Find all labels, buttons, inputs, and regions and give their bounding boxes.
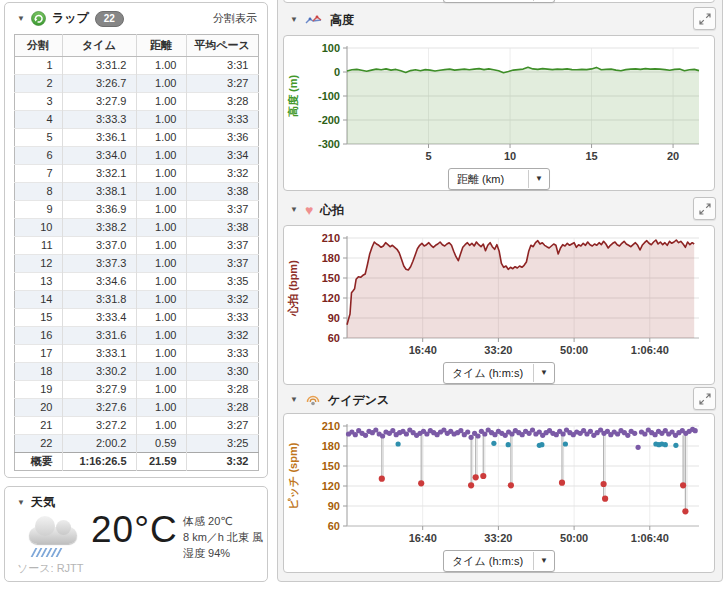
elevation-icon bbox=[305, 14, 323, 26]
svg-text:20: 20 bbox=[667, 150, 679, 162]
lap-cell: 6 bbox=[14, 147, 62, 165]
lap-cell: 1.00 bbox=[136, 363, 186, 381]
lap-cell: 3:32 bbox=[186, 453, 258, 471]
svg-text:60: 60 bbox=[328, 332, 340, 344]
lap-cell: 3:28 bbox=[186, 93, 258, 111]
x-axis-select-label: タイム (h:m:s) bbox=[444, 366, 533, 381]
lap-cell: 3:32 bbox=[186, 291, 258, 309]
table-row: 43:33.31.003:33 bbox=[14, 111, 258, 129]
x-axis-select-heart-rate[interactable]: タイム (h:m:s) ▼ bbox=[443, 362, 555, 384]
collapse-heart-rate-icon[interactable]: ▼ bbox=[290, 206, 298, 214]
split-display-link[interactable]: 分割表示 bbox=[213, 11, 257, 26]
x-axis-select-elevation[interactable]: 距離 (km) ▼ bbox=[448, 168, 550, 190]
lap-cell: 1.00 bbox=[136, 219, 186, 237]
weather-details: 体感 20℃ 8 km／h 北東 風 湿度 94% bbox=[183, 513, 263, 561]
lap-cell: 3:27.9 bbox=[62, 381, 136, 399]
table-row: 123:37.31.003:37 bbox=[14, 255, 258, 273]
weather-title: 天気 bbox=[31, 494, 55, 511]
lap-cell: 3:33 bbox=[186, 111, 258, 129]
laps-title: ラップ bbox=[52, 10, 89, 27]
collapse-cadence-icon[interactable]: ▼ bbox=[290, 396, 298, 404]
laps-summary-row: 概要1:16:26.521.593:32 bbox=[14, 453, 258, 471]
lap-cell: 3:38 bbox=[186, 183, 258, 201]
lap-cell: 1.00 bbox=[136, 183, 186, 201]
svg-text:15: 15 bbox=[585, 150, 597, 162]
lap-cell: 1.00 bbox=[136, 147, 186, 165]
collapse-elevation-icon[interactable]: ▼ bbox=[290, 16, 298, 24]
laps-table: 分割タイム距離平均ペース 13:31.21.003:3123:26.71.003… bbox=[14, 34, 259, 471]
lap-cell: 1.00 bbox=[136, 309, 186, 327]
laps-column-header[interactable]: タイム bbox=[62, 35, 136, 57]
lap-cell: 1.00 bbox=[136, 417, 186, 435]
lap-cell: 1.00 bbox=[136, 273, 186, 291]
lap-cell: 3:38 bbox=[186, 219, 258, 237]
lap-cell: 21 bbox=[14, 417, 62, 435]
lap-cell: 3:37 bbox=[186, 201, 258, 219]
cadence-icon bbox=[305, 393, 321, 407]
elevation-chart[interactable]: 1000-100-200-3005101520高度 (m) bbox=[285, 40, 713, 166]
heart-rate-chart[interactable]: 210180150120906016:4033:2050:001:06:40心拍… bbox=[285, 230, 713, 360]
weather-panel: ▼ 天気 20°C 体感 20℃ 8 km／h 北東 風 湿度 94% ソース:… bbox=[4, 486, 268, 582]
svg-text:1:06:40: 1:06:40 bbox=[631, 344, 669, 356]
expand-cadence-button[interactable] bbox=[693, 387, 716, 410]
collapse-weather-icon[interactable]: ▼ bbox=[17, 499, 25, 507]
lap-cell: 3:33 bbox=[186, 345, 258, 363]
table-row: 183:30.21.003:30 bbox=[14, 363, 258, 381]
svg-text:150: 150 bbox=[322, 272, 340, 284]
table-row: 153:33.41.003:33 bbox=[14, 309, 258, 327]
laps-column-header[interactable]: 平均ペース bbox=[186, 35, 258, 57]
lap-cell: 3:38.2 bbox=[62, 219, 136, 237]
collapse-laps-icon[interactable]: ▼ bbox=[17, 15, 25, 23]
x-axis-select-cadence[interactable]: タイム (h:m:s) ▼ bbox=[443, 550, 555, 572]
laps-column-header[interactable]: 距離 bbox=[136, 35, 186, 57]
temperature-value: 20°C bbox=[91, 509, 178, 551]
lap-cell: 3:31.6 bbox=[62, 327, 136, 345]
laps-column-header[interactable]: 分割 bbox=[14, 35, 62, 57]
lap-cell: 12 bbox=[14, 255, 62, 273]
svg-text:210: 210 bbox=[322, 232, 340, 244]
lap-cell: 3:28 bbox=[186, 399, 258, 417]
x-axis-select-previous[interactable]: タイム (h:m:s) ▼ bbox=[443, 0, 555, 3]
table-row: 13:31.21.003:31 bbox=[14, 57, 258, 75]
lap-cell: 1 bbox=[14, 57, 62, 75]
expand-icon bbox=[699, 393, 711, 405]
lap-cell: 3:36.1 bbox=[62, 129, 136, 147]
lap-cell: 3:33.4 bbox=[62, 309, 136, 327]
lap-cell: 5 bbox=[14, 129, 62, 147]
table-row: 63:34.01.003:34 bbox=[14, 147, 258, 165]
lap-cell: 1.00 bbox=[136, 111, 186, 129]
svg-text:1:06:40: 1:06:40 bbox=[631, 532, 669, 544]
expand-heart-rate-button[interactable] bbox=[693, 197, 716, 220]
lap-cell: 3:27.2 bbox=[62, 417, 136, 435]
lap-cell: 8 bbox=[14, 183, 62, 201]
lap-cell: 3:26.7 bbox=[62, 75, 136, 93]
table-row: 23:26.71.003:27 bbox=[14, 75, 258, 93]
table-row: 113:37.01.003:37 bbox=[14, 237, 258, 255]
svg-text:90: 90 bbox=[328, 500, 340, 512]
lap-cell: 3:36.9 bbox=[62, 201, 136, 219]
lap-cell: 3:32 bbox=[186, 165, 258, 183]
svg-text:120: 120 bbox=[322, 480, 340, 492]
table-row: 143:31.81.003:32 bbox=[14, 291, 258, 309]
previous-chart-partial: タイム (h:m:s) ▼ bbox=[283, 0, 715, 3]
svg-text:120: 120 bbox=[322, 292, 340, 304]
svg-text:-200: -200 bbox=[318, 114, 340, 126]
lap-cell: 1:16:26.5 bbox=[62, 453, 136, 471]
lap-cell: 3:35 bbox=[186, 273, 258, 291]
lap-cell: 2:00.2 bbox=[62, 435, 136, 453]
lap-cell: 1.00 bbox=[136, 237, 186, 255]
rain-cloud-icon bbox=[27, 517, 81, 557]
lap-cell: 20 bbox=[14, 399, 62, 417]
cadence-chart[interactable]: 210180150120906016:4033:2050:001:06:40ピッ… bbox=[285, 418, 713, 548]
x-axis-select-label: 距離 (km) bbox=[449, 172, 528, 187]
svg-text:-300: -300 bbox=[318, 138, 340, 150]
table-row: 103:38.21.003:38 bbox=[14, 219, 258, 237]
svg-text:33:20: 33:20 bbox=[484, 344, 512, 356]
charts-container: タイム (h:m:s) ▼ ▼ 高度 1000-100-200-30051015… bbox=[277, 0, 723, 582]
table-row: 83:38.11.003:38 bbox=[14, 183, 258, 201]
svg-text:50:00: 50:00 bbox=[560, 532, 588, 544]
expand-elevation-button[interactable] bbox=[693, 7, 716, 30]
elevation-chart-box: 1000-100-200-3005101520高度 (m) 距離 (km) ▼ bbox=[283, 35, 715, 191]
lap-cell: 3:25 bbox=[186, 435, 258, 453]
lap-cell: 3:27.6 bbox=[62, 399, 136, 417]
